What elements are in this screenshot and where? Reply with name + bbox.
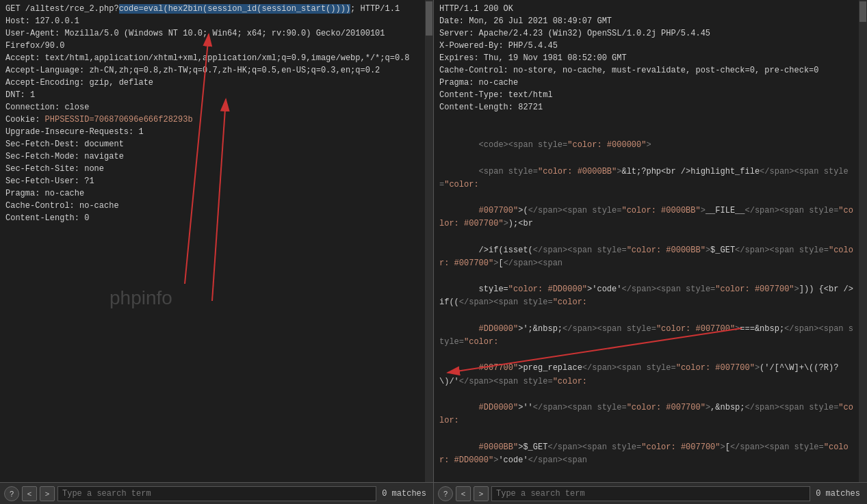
accept-line: Accept: text/html,application/xhtml+xml,… xyxy=(5,52,428,64)
pragma-line: Pragma: no-cache xyxy=(5,187,428,200)
date-line: Date: Mon, 26 Jul 2021 08:49:07 GMT xyxy=(439,15,857,27)
left-search-input[interactable] xyxy=(57,486,376,501)
left-next-button[interactable]: > xyxy=(40,486,55,501)
upgrade-line: Upgrade-Insecure-Requests: 1 xyxy=(5,126,428,138)
left-match-count: 0 matches xyxy=(379,489,429,499)
right-next-button[interactable]: > xyxy=(474,486,489,501)
right-match-count: 0 matches xyxy=(813,489,863,499)
content-length-line: Content-Length: 0 xyxy=(5,212,428,224)
sec-fetch-site-line: Sec-Fetch-Site: none xyxy=(5,163,428,175)
sec-fetch-dest-line: Sec-Fetch-Dest: document xyxy=(5,138,428,150)
content-type-line: Content-Type: text/html xyxy=(439,89,857,101)
left-pane-content[interactable]: GET /alltest/rce_2.php?code=eval(hex2bin… xyxy=(0,0,433,482)
sec-fetch-mode-line: Sec-Fetch-Mode: navigate xyxy=(5,150,428,163)
blank-line xyxy=(439,114,857,126)
phpinfo-annotation: phpinfo xyxy=(109,287,172,309)
content-length-resp-line: Content-Length: 82721 xyxy=(439,101,857,114)
accept-encoding-line: Accept-Encoding: gzip, deflate xyxy=(5,77,428,89)
left-prev-button[interactable]: < xyxy=(22,486,37,501)
request-line: GET /alltest/rce_2.php?code=eval(hex2bin… xyxy=(5,3,428,15)
connection-line: Connection: close xyxy=(5,101,428,114)
right-search-input[interactable] xyxy=(491,486,810,501)
right-search-bar: ? < > 0 matches xyxy=(434,483,867,504)
bottom-bars: ? < > 0 matches ? < > 0 matches xyxy=(0,482,867,504)
cache-control-line: Cache-Control: no-cache xyxy=(5,200,428,212)
host-line: Host: 127.0.0.1 xyxy=(5,15,428,27)
right-help-button[interactable]: ? xyxy=(438,486,453,501)
left-search-bar: ? < > 0 matches xyxy=(0,483,434,504)
http-status-line: HTTP/1.1 200 OK xyxy=(439,3,857,15)
expires-line: Expires: Thu, 19 Nov 1981 08:52:00 GMT xyxy=(439,52,857,64)
accept-language-line: Accept-Language: zh-CN,zh;q=0.8,zh-TW;q=… xyxy=(5,64,428,77)
html-code-block: <code><span style="color: #000000"> <spa… xyxy=(439,126,857,482)
cache-control-resp-line: Cache-Control: no-store, no-cache, must-… xyxy=(439,64,857,77)
right-pane: HTTP/1.1 200 OK Date: Mon, 26 Jul 2021 0… xyxy=(434,0,867,482)
left-pane: GET /alltest/rce_2.php?code=eval(hex2bin… xyxy=(0,0,434,482)
server-line: Server: Apache/2.4.23 (Win32) OpenSSL/1.… xyxy=(439,27,857,40)
dnt-line: DNT: 1 xyxy=(5,89,428,101)
left-help-button[interactable]: ? xyxy=(4,486,19,501)
cookie-line: Cookie: PHPSESSID=706870696e666f28293b xyxy=(5,114,428,126)
pragma-resp-line: Pragma: no-cache xyxy=(439,77,857,89)
right-pane-content[interactable]: HTTP/1.1 200 OK Date: Mon, 26 Jul 2021 0… xyxy=(434,0,867,482)
user-agent-line: User-Agent: Mozilla/5.0 (Windows NT 10.0… xyxy=(5,27,428,40)
firefox-line: Firefox/90.0 xyxy=(5,40,428,52)
sec-fetch-user-line: Sec-Fetch-User: ?1 xyxy=(5,175,428,187)
right-prev-button[interactable]: < xyxy=(456,486,471,501)
x-powered-line: X-Powered-By: PHP/5.4.45 xyxy=(439,40,857,52)
